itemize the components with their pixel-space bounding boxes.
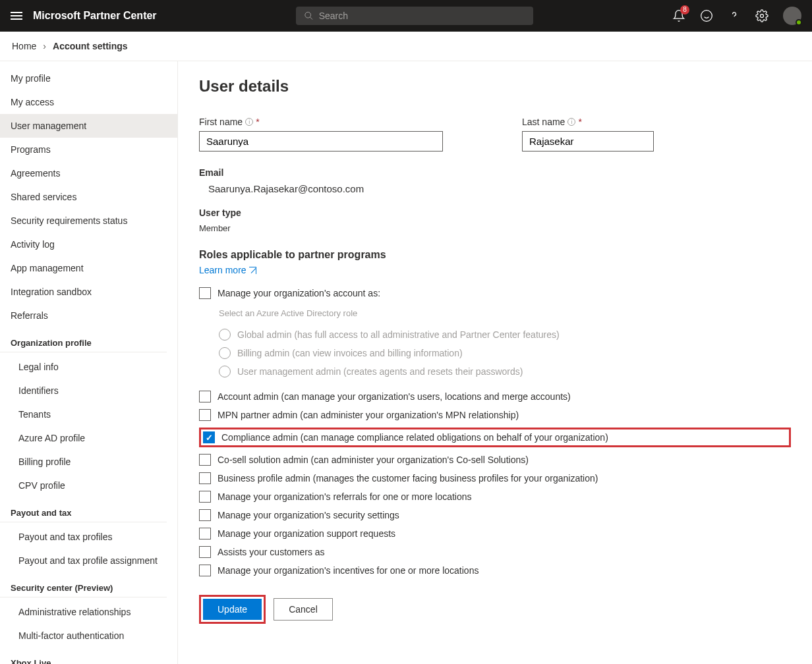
content-area: User details First name i * Last name i … [178, 61, 812, 664]
role-label: Manage your organization's incentives fo… [218, 565, 478, 576]
svg-point-4 [761, 14, 764, 18]
last-name-input[interactable] [522, 131, 654, 152]
sidebar-sub-item[interactable]: Identifiers [0, 379, 177, 402]
sidebar: My profileMy accessUser managementProgra… [0, 61, 178, 664]
role-label: Manage your organization's referrals for… [218, 491, 472, 502]
sidebar-group-header: Xbox Live [0, 650, 167, 664]
sidebar-sub-item[interactable]: Administrative relationships [0, 600, 177, 624]
manage-org-label: Manage your organization's account as: [218, 288, 380, 298]
svg-line-1 [310, 17, 312, 20]
sidebar-sub-item[interactable]: Tenants [0, 402, 177, 426]
role-checkbox[interactable] [199, 565, 211, 576]
external-link-icon [249, 267, 256, 274]
ad-role-radio[interactable] [219, 366, 231, 377]
chevron-right-icon: › [43, 41, 46, 51]
sidebar-group-header: Payout and tax [0, 500, 167, 522]
role-checkbox[interactable] [199, 509, 211, 521]
ad-role-radio[interactable] [219, 347, 231, 359]
notifications-icon[interactable]: 8 [672, 9, 685, 22]
sidebar-sub-item[interactable]: CPV profile [0, 474, 177, 497]
search-input[interactable] [319, 11, 525, 21]
user-type-label: User type [199, 208, 791, 218]
sidebar-item[interactable]: Activity log [0, 233, 177, 256]
role-label: MPN partner admin (can administer your o… [218, 410, 519, 420]
sidebar-group-header: Organization profile [0, 330, 167, 352]
ad-role-label: User management admin (creates agents an… [237, 366, 523, 377]
cancel-button[interactable]: Cancel [274, 598, 333, 621]
role-checkbox[interactable] [199, 546, 211, 558]
role-checkbox[interactable] [199, 472, 211, 484]
page-title: User details [199, 77, 791, 96]
breadcrumb-home[interactable]: Home [12, 41, 36, 51]
search-box[interactable] [296, 7, 533, 25]
role-label: Assists your customers as [218, 547, 325, 557]
sidebar-item[interactable]: My profile [0, 67, 177, 90]
info-icon[interactable]: i [567, 118, 575, 126]
learn-more-link[interactable]: Learn more [199, 265, 256, 275]
update-button[interactable]: Update [203, 599, 262, 620]
role-label: Manage your organization support request… [218, 528, 395, 539]
sidebar-group-header: Security center (Preview) [0, 575, 167, 597]
first-name-input[interactable] [199, 131, 443, 152]
sidebar-sub-item[interactable]: Payout and tax profile assignment [0, 549, 177, 572]
email-value: Saarunya.Rajasekar@contoso.com [208, 183, 791, 194]
breadcrumb-current: Account settings [53, 41, 128, 51]
roles-section-title: Roles applicable to partner programs [199, 249, 791, 261]
avatar[interactable] [783, 7, 801, 25]
top-header: Microsoft Partner Center 8 [0, 0, 812, 32]
sidebar-item[interactable]: Security requirements status [0, 209, 177, 233]
role-checkbox[interactable] [199, 391, 211, 402]
feedback-icon[interactable] [700, 9, 713, 22]
info-icon[interactable]: i [245, 118, 253, 126]
presence-dot [796, 19, 802, 26]
breadcrumb: Home › Account settings [0, 32, 812, 61]
search-icon [304, 11, 314, 21]
sidebar-item[interactable]: Referrals [0, 304, 177, 327]
svg-point-2 [701, 11, 712, 22]
ad-role-hint: Select an Azure Active Directory role [219, 308, 791, 318]
last-name-label: Last name i * [522, 117, 654, 127]
notification-badge: 8 [680, 5, 689, 14]
role-checkbox[interactable] [199, 528, 211, 540]
sidebar-sub-item[interactable]: Billing profile [0, 450, 177, 474]
email-label: Email [199, 167, 791, 178]
sidebar-item[interactable]: My access [0, 90, 177, 114]
sidebar-item[interactable]: Integration sandbox [0, 280, 177, 304]
waffle-icon[interactable] [11, 12, 22, 20]
sidebar-sub-item[interactable]: Multi-factor authentication [0, 624, 177, 648]
sidebar-item[interactable]: Agreements [0, 161, 177, 185]
sidebar-item[interactable]: Shared services [0, 185, 177, 209]
role-label: Co-sell solution admin (can administer y… [218, 455, 529, 465]
manage-org-checkbox[interactable] [199, 287, 211, 299]
settings-icon[interactable] [755, 9, 768, 22]
sidebar-item[interactable]: App management [0, 256, 177, 280]
ad-role-radio[interactable] [219, 329, 231, 341]
sidebar-item[interactable]: Programs [0, 138, 177, 161]
first-name-label: First name i * [199, 117, 443, 127]
role-checkbox[interactable] [199, 409, 211, 421]
sidebar-item[interactable]: User management [0, 114, 177, 138]
role-label: Business profile admin (manages the cust… [218, 473, 598, 484]
role-checkbox[interactable] [199, 491, 211, 503]
role-checkbox[interactable] [199, 454, 211, 466]
sidebar-sub-item[interactable]: Azure AD profile [0, 426, 177, 450]
role-label: Compliance admin (can manage compliance … [221, 432, 608, 443]
sidebar-sub-item[interactable]: Payout and tax profiles [0, 525, 177, 549]
user-type-value: Member [199, 223, 791, 233]
role-label: Manage your organization's security sett… [218, 510, 399, 520]
role-label: Account admin (can manage your organizat… [218, 391, 571, 402]
svg-point-0 [305, 12, 311, 18]
ad-role-label: Global admin (has full access to all adm… [237, 329, 560, 340]
app-title: Microsoft Partner Center [33, 10, 157, 22]
ad-role-label: Billing admin (can view invoices and bil… [237, 348, 463, 358]
help-icon[interactable] [728, 9, 741, 22]
role-checkbox[interactable] [203, 431, 215, 443]
sidebar-sub-item[interactable]: Legal info [0, 355, 177, 379]
